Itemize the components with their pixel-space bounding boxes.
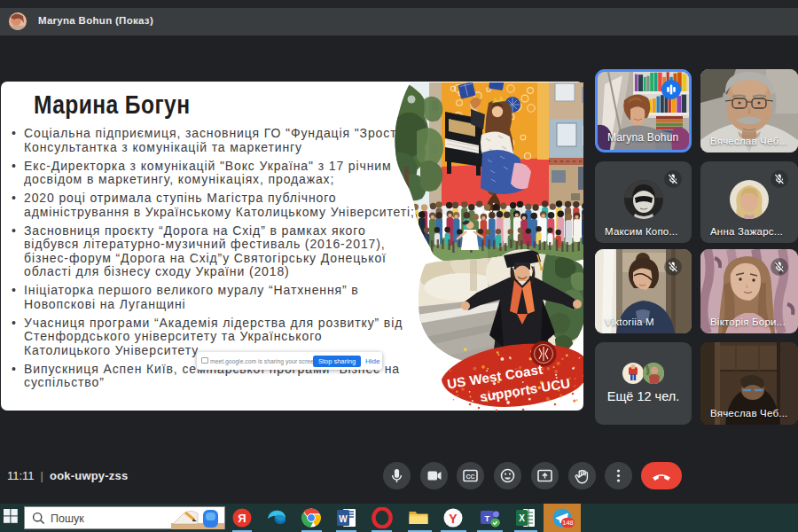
svg-text:W: W xyxy=(339,514,348,524)
svg-text:T: T xyxy=(485,513,490,523)
svg-text:Y: Y xyxy=(449,512,458,526)
svg-text:Я: Я xyxy=(238,512,246,525)
svg-text:CC: CC xyxy=(466,473,475,480)
svg-text:X: X xyxy=(519,513,525,523)
